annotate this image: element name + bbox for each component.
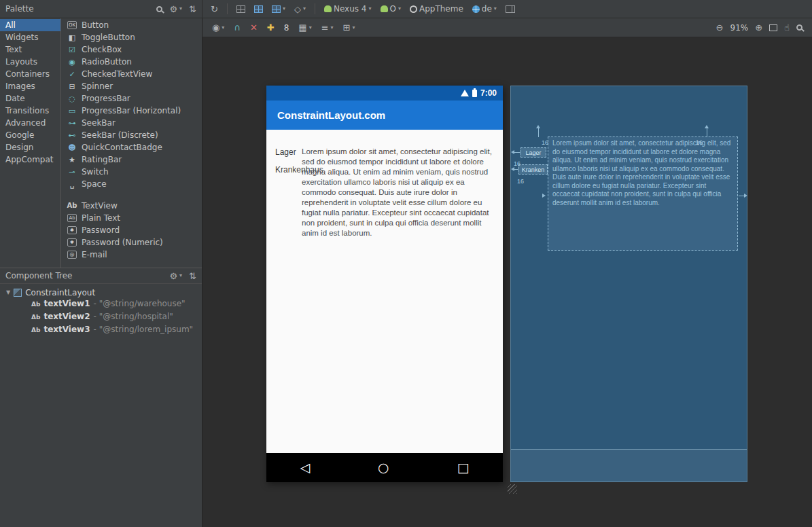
palette-item-progressbar[interactable]: ◌ ProgressBar <box>61 92 202 105</box>
variant-selector[interactable]: ◇ ▾ <box>294 5 306 14</box>
pack-icon: ▦ <box>298 23 306 32</box>
palette-item-button[interactable]: OK Button <box>61 19 202 31</box>
tree-node-textview3[interactable]: Ab textView3 - "@string/lorem_ipsum" <box>0 325 202 338</box>
ratingbar-icon: ★ <box>67 156 77 164</box>
palette-category-advanced[interactable]: Advanced <box>0 117 60 129</box>
palette-item-quickcontactbadge[interactable]: ☻ QuickContactBadge <box>61 141 202 153</box>
blueprint-warehouse-box[interactable]: Lager <box>520 147 546 158</box>
eye-icon: ◉ <box>212 23 219 32</box>
constraint-arrow <box>744 194 747 198</box>
progressbar-icon: ◌ <box>67 95 77 103</box>
design-surface-icon[interactable] <box>236 5 245 13</box>
blueprint-hospital-box[interactable]: Kranken <box>518 164 548 175</box>
component-tree-body: ▼ ConstraintLayout Ab textView1 - "@stri… <box>0 284 202 527</box>
design-canvas[interactable]: 7:00 ConstraintLayout.com Lager Krankenh… <box>202 37 812 527</box>
zoom-to-fit-icon[interactable] <box>769 24 777 31</box>
palette-item-seekbar[interactable]: ⊶ SeekBar <box>61 117 202 129</box>
palette-item-checkbox[interactable]: ☑ CheckBox <box>61 43 202 56</box>
device-selector[interactable]: Nexus 4 ▾ <box>324 4 372 14</box>
textview-lorem-ipsum[interactable]: Lorem ipsum dolor sit amet, consectetur … <box>302 147 493 238</box>
palette-category-text[interactable]: Text <box>0 43 60 56</box>
palette-category-all[interactable]: All <box>0 19 60 31</box>
guidelines-button[interactable]: ⊞ ▾ <box>343 23 355 32</box>
palette-item-togglebutton[interactable]: ◧ ToggleButton <box>61 31 202 43</box>
palette-category-date[interactable]: Date <box>0 92 60 105</box>
tree-node-constraintlayout[interactable]: ▼ ConstraintLayout <box>0 286 202 299</box>
chevron-down-icon: ▾ <box>179 273 182 278</box>
margin-label: 16 <box>517 179 524 185</box>
palette-panel-header: Palette ⚙ ▾ ⇅ <box>0 0 202 18</box>
zoom-in-button[interactable]: ⊕ <box>755 23 762 32</box>
resize-handle[interactable] <box>508 484 517 494</box>
device-selector-label: Nexus 4 <box>334 4 367 14</box>
palette-panel: All Widgets Text Layouts Containers Imag… <box>0 18 202 268</box>
palette-view-options-icon[interactable]: ⇅ <box>189 5 196 14</box>
palette-category-layouts[interactable]: Layouts <box>0 56 60 68</box>
align-button[interactable]: ≡ ▾ <box>321 23 334 32</box>
default-margin-value[interactable]: 8 <box>284 23 289 33</box>
palette-category-images[interactable]: Images <box>0 80 60 92</box>
palette-category-design[interactable]: Design <box>0 141 60 153</box>
palette-item-switch[interactable]: ⊸ Switch <box>61 166 202 178</box>
zoom-out-button[interactable]: ⊖ <box>716 23 724 32</box>
palette-category-appcompat[interactable]: AppCompat <box>0 153 60 166</box>
tree-node-textview1[interactable]: Ab textView1 - "@string/warehouse" <box>0 299 202 312</box>
palette-category-containers[interactable]: Containers <box>0 68 60 80</box>
locale-selector[interactable]: de ▾ <box>472 4 497 14</box>
palette-search-icon[interactable] <box>156 6 162 12</box>
refresh-icon[interactable]: ↻ <box>211 5 218 14</box>
palette-item-progressbar-horizontal[interactable]: ▭ ProgressBar (Horizontal) <box>61 105 202 117</box>
component-tree-view-options-icon[interactable]: ⇅ <box>189 272 196 280</box>
editor-mode-icon[interactable] <box>506 5 515 13</box>
blueprint-lorem-rect[interactable]: Lorem ipsum dolor sit amet, consectetur … <box>548 137 738 251</box>
zoom-level-label: 91% <box>730 23 749 33</box>
design-view-device[interactable]: 7:00 ConstraintLayout.com Lager Krankenh… <box>266 86 503 482</box>
space-icon: ␣ <box>67 181 77 188</box>
constraint-arrow <box>511 167 514 171</box>
palette-item-textview[interactable]: Ab TextView <box>61 200 202 212</box>
palette-item-plain-text[interactable]: Ab Plain Text <box>61 212 202 224</box>
palette-item-password-numeric[interactable]: ✱ Password (Numeric) <box>61 236 202 249</box>
component-tree-title: Component Tree <box>5 271 72 280</box>
palette-item-password[interactable]: ✱ Password <box>61 224 202 236</box>
pan-hand-icon[interactable]: ☝ <box>784 23 790 32</box>
view-options-button[interactable]: ◉ ▾ <box>212 23 224 32</box>
tree-node-id: textView3 <box>43 325 90 334</box>
palette-item-ratingbar[interactable]: ★ RatingBar <box>61 153 202 166</box>
palette-item-space[interactable]: ␣ Space <box>61 178 202 190</box>
spinner-icon: ⊟ <box>67 83 77 90</box>
palette-item-radiobutton[interactable]: ◉ RadioButton <box>61 56 202 68</box>
palette-category-google[interactable]: Google <box>0 129 60 141</box>
autoconnect-magnet-icon[interactable]: ∩ <box>234 23 241 32</box>
palette-category-widgets[interactable]: Widgets <box>0 31 60 43</box>
palette-category-transitions[interactable]: Transitions <box>0 105 60 117</box>
palette-settings-button[interactable]: ⚙ ▾ <box>169 5 182 14</box>
tree-node-id: textView1 <box>43 299 90 308</box>
orientation-selector[interactable]: ▾ <box>272 5 285 13</box>
infer-constraints-icon[interactable]: ✚ <box>267 23 275 32</box>
blueprint-surface-icon[interactable] <box>254 5 263 13</box>
tree-node-value: - "@string/warehouse" <box>94 299 186 308</box>
palette-item-label: SeekBar <box>82 118 116 128</box>
palette-item-email[interactable]: @ E-mail <box>61 249 202 261</box>
component-tree-settings-button[interactable]: ⚙ ▾ <box>169 272 182 280</box>
textview-warehouse[interactable]: Lager <box>275 147 296 157</box>
design-surface-toolbar: ◉ ▾ ∩ ✕ ✚ 8 ▦ ▾ ≡ ▾ ⊞ ▾ <box>202 18 812 37</box>
blueprint-view-device[interactable]: Lorem ipsum dolor sit amet, consectetur … <box>510 86 747 482</box>
clear-constraints-icon[interactable]: ✕ <box>250 23 258 32</box>
tree-node-id: textView2 <box>43 312 90 321</box>
editor-area: ◉ ▾ ∩ ✕ ✚ 8 ▦ ▾ ≡ ▾ ⊞ ▾ <box>202 18 812 527</box>
password-numeric-lock-icon: ✱ <box>67 238 77 247</box>
tree-node-textview2[interactable]: Ab textView2 - "@string/hospital" <box>0 312 202 325</box>
api-version-selector[interactable]: O ▾ <box>381 4 401 14</box>
expand-caret-icon[interactable]: ▼ <box>6 289 10 295</box>
palette-item-checkedtextview[interactable]: ✓ CheckedTextView <box>61 68 202 80</box>
chevron-down-icon: ▾ <box>179 6 182 12</box>
theme-selector[interactable]: AppTheme <box>410 4 463 14</box>
palette-item-spinner[interactable]: ⊟ Spinner <box>61 80 202 92</box>
palette-item-label: ProgressBar <box>82 94 130 103</box>
search-icon[interactable] <box>796 24 802 31</box>
palette-item-seekbar-discrete[interactable]: ⊷ SeekBar (Discrete) <box>61 129 202 141</box>
palette-item-label: SeekBar (Discrete) <box>82 130 158 140</box>
pack-button[interactable]: ▦ ▾ <box>298 23 311 32</box>
